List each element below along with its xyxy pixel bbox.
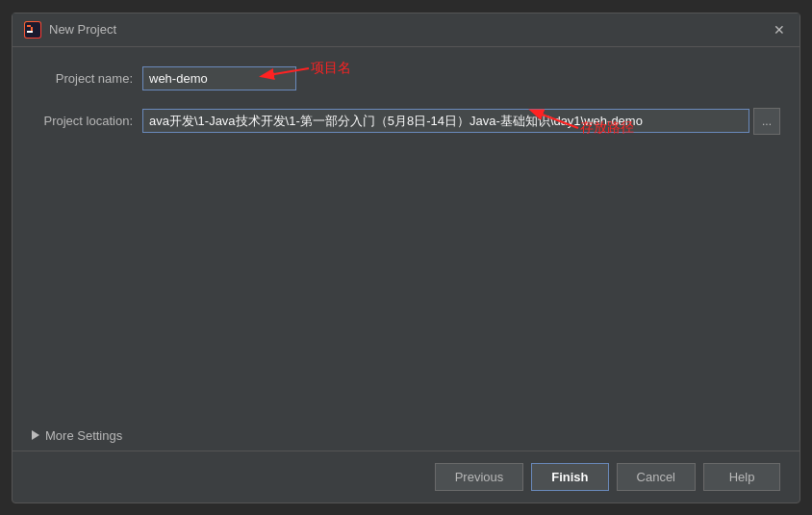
browse-button[interactable]: ... xyxy=(753,108,780,135)
project-location-row: Project location: ... xyxy=(32,108,780,135)
svg-rect-1 xyxy=(27,31,33,33)
project-location-input[interactable] xyxy=(142,109,749,133)
svg-rect-2 xyxy=(27,25,31,27)
dialog-footer: Previous Finish Cancel Help xyxy=(13,451,799,502)
new-project-dialog: New Project ✕ Project name: Project loca… xyxy=(12,13,800,503)
title-bar-left: New Project xyxy=(24,21,116,39)
help-button[interactable]: Help xyxy=(703,463,780,491)
finish-button[interactable]: Finish xyxy=(531,463,608,491)
more-settings[interactable]: More Settings xyxy=(13,421,799,451)
app-icon xyxy=(24,21,41,39)
project-name-row: Project name: xyxy=(32,66,780,90)
project-location-label: Project location: xyxy=(32,114,142,128)
previous-button[interactable]: Previous xyxy=(435,463,524,491)
annotations: 项目名 存放路径 xyxy=(13,47,799,421)
more-settings-label: More Settings xyxy=(45,428,122,443)
project-name-label: Project name: xyxy=(32,71,142,86)
dialog-title: New Project xyxy=(49,22,116,37)
cancel-button[interactable]: Cancel xyxy=(617,463,696,491)
title-bar: New Project ✕ xyxy=(13,13,799,47)
dialog-content: Project name: Project location: ... 项目名 xyxy=(13,47,799,421)
svg-rect-3 xyxy=(31,27,33,31)
expand-icon xyxy=(32,430,39,440)
project-name-input[interactable] xyxy=(142,66,296,90)
close-button[interactable]: ✕ xyxy=(771,21,788,39)
window-controls: ✕ xyxy=(771,21,788,39)
